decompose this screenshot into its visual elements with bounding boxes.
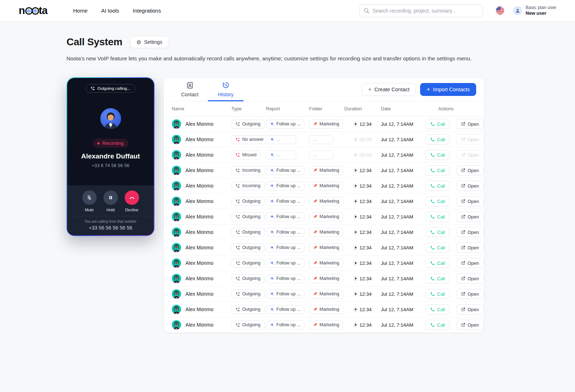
call-button[interactable]: Call [426,227,450,237]
open-button[interactable]: Open [456,304,484,314]
folder-badge[interactable]: Marketing [309,259,343,268]
duration-cell[interactable]: 12:34 [344,260,372,266]
folder-badge[interactable]: Marketing [309,228,343,237]
open-button[interactable]: Open [456,196,484,206]
call-button[interactable]: Call [426,196,450,206]
call-button[interactable]: Call [426,289,450,299]
folder-badge[interactable]: Marketing [309,212,343,221]
play-icon [354,214,357,220]
search-input[interactable] [359,4,483,17]
open-button[interactable]: Open [456,212,484,222]
call-button[interactable]: Call [426,212,450,222]
call-button[interactable]: Call [426,150,450,160]
call-button[interactable]: Call [426,243,450,253]
folder-badge[interactable]: Marketing [309,120,343,129]
open-button[interactable]: Open [456,273,484,283]
call-button[interactable]: Call [426,119,450,129]
nav-item-integrations[interactable]: Integrations [133,8,161,14]
folder-badge[interactable]: Marketing [309,197,343,206]
contact-name: Alex Monmo [185,276,213,281]
duration-cell[interactable]: 12:34 [344,121,372,127]
duration-cell[interactable]: 12:34 [344,245,372,250]
duration-cell[interactable]: 12:34 [344,199,372,204]
create-contact-button[interactable]: + Create Contact [362,83,416,96]
mute-button[interactable]: Mute [82,190,97,212]
open-button[interactable]: Open [456,289,484,299]
date-cell: Jul 12, 7:14AM [372,199,426,204]
report-badge[interactable]: Follow up ... [266,197,304,206]
contact-avatar [172,289,181,299]
report-badge[interactable]: Follow up ... [266,305,304,314]
call-button[interactable]: Call [426,273,450,283]
duration-cell[interactable]: 12:34 [344,214,372,220]
call-type-icon [235,168,240,173]
open-button[interactable]: Open [456,227,484,237]
table-row: Alex Monmo Missed ... ... 00:00 [164,147,484,163]
us-flag-icon[interactable] [496,6,505,15]
call-button[interactable]: Call [426,134,450,144]
report-badge[interactable]: Follow up ... [266,228,304,237]
folder-badge[interactable]: Marketing [309,320,343,329]
call-button[interactable]: Call [426,165,450,175]
duration-cell[interactable]: 12:34 [344,291,372,297]
report-badge[interactable]: ... [266,151,296,160]
logo-text-post: ta [39,5,47,17]
report-badge[interactable]: Follow up ... [266,274,304,283]
folder-badge[interactable]: Marketing [309,181,343,190]
open-button[interactable]: Open [456,119,484,129]
call-icon [430,230,435,235]
report-badge[interactable]: Follow up ... [266,212,304,221]
tab-contact[interactable]: Contact [172,78,208,101]
duration-cell[interactable]: 12:34 [344,322,372,328]
folder-badge[interactable]: ... [309,151,334,160]
folder-badge[interactable]: Marketing [309,243,343,252]
duration-cell[interactable]: 12:34 [344,276,372,281]
report-badge[interactable]: Follow up ... [266,120,304,129]
report-badge[interactable]: ... [266,135,296,144]
decline-button[interactable]: Decline [125,190,139,212]
external-link-icon [461,292,465,296]
table-row: Alex Monmo No answer ... ... 00:00 [164,132,484,147]
user-menu[interactable]: Basic plan user New user [513,5,556,17]
call-type-badge: Outgoing [231,212,264,221]
call-icon [430,323,435,327]
duration-cell[interactable]: 12:34 [344,230,372,235]
call-button[interactable]: Call [426,181,450,191]
open-button[interactable]: Open [456,258,484,268]
folder-badge[interactable]: Marketing [309,274,343,283]
duration-cell[interactable]: 12:34 [344,183,372,189]
folder-badge[interactable]: ... [309,135,334,144]
hold-button[interactable]: Hold [104,190,118,212]
call-button[interactable]: Call [426,304,450,314]
report-badge[interactable]: Follow up ... [266,181,304,190]
call-button[interactable]: Call [426,258,450,268]
report-badge[interactable]: Follow up ... [266,259,304,268]
nav-item-ai-tools[interactable]: AI tools [101,8,119,14]
call-type-icon [235,137,240,142]
open-button[interactable]: Open [456,320,484,330]
call-button[interactable]: Call [426,320,450,330]
duration-cell[interactable]: 12:34 [344,307,372,312]
tab-history[interactable]: History [208,78,244,101]
folder-badge[interactable]: Marketing [309,290,343,299]
settings-button[interactable]: ⚙ Settings [130,36,168,48]
report-badge[interactable]: Follow up ... [266,166,304,175]
report-badge[interactable]: Follow up ... [266,320,304,329]
open-button[interactable]: Open [456,181,484,191]
open-button[interactable]: Open [456,243,484,253]
call-type-icon [235,184,240,188]
noota-logo[interactable]: n ta [19,5,47,17]
open-button[interactable]: Open [456,165,484,175]
report-badge[interactable]: Follow up ... [266,243,304,252]
import-contacts-button[interactable]: + Import Contacts [420,83,476,96]
folder-badge[interactable]: Marketing [309,305,343,314]
ai-sparkle-icon [270,137,274,142]
duration-cell[interactable]: 00:00 [344,137,372,142]
nav-item-home[interactable]: Home [73,8,88,14]
folder-badge[interactable]: Marketing [309,166,343,175]
duration-cell[interactable]: 12:34 [344,168,372,173]
contact-name: Alex Monmo [185,198,213,204]
duration-cell[interactable]: 00:00 [344,152,372,158]
call-type-icon [235,230,240,235]
report-badge[interactable]: Follow up ... [266,290,304,299]
